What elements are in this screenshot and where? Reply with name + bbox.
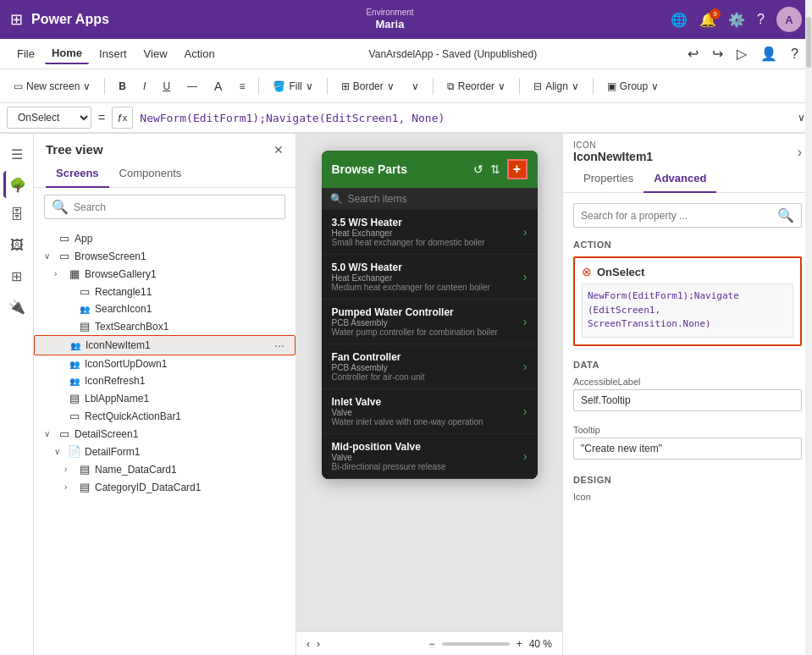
screen-icon: ▭ — [14, 80, 23, 92]
new-screen-button[interactable]: ▭ New screen ∨ — [7, 77, 97, 96]
tab-properties[interactable]: Properties — [573, 167, 644, 192]
underline-btn[interactable]: U — [156, 77, 177, 96]
scroll-left-icon[interactable]: ‹ — [307, 638, 310, 650]
tab-screens[interactable]: Screens — [46, 162, 109, 188]
expand-panel-button[interactable]: › — [798, 145, 802, 160]
accessible-label-group: AccessibleLabel Self.Tooltip — [563, 373, 812, 415]
undo-icon[interactable]: ↩ — [684, 42, 702, 65]
sort-phone-icon[interactable]: ⇅ — [490, 162, 500, 176]
group-button[interactable]: ▣ Group ∨ — [600, 77, 666, 96]
tree-item-app[interactable]: ▭ App — [34, 229, 296, 247]
tree-view-button[interactable]: 🌳 — [3, 171, 30, 198]
list-item[interactable]: 5.0 W/S Heater Heat Exchanger Medium hea… — [322, 255, 538, 300]
tree-item-detailform1[interactable]: ∨ 📄 DetailForm1 — [34, 443, 296, 460]
menu-view[interactable]: View — [137, 44, 174, 63]
refresh-phone-icon[interactable]: ↺ — [473, 162, 483, 176]
tab-advanced[interactable]: Advanced — [644, 167, 716, 193]
grid-icon[interactable]: ⊞ — [10, 10, 23, 29]
avatar[interactable]: A — [776, 7, 802, 32]
align-button[interactable]: ⊟ Align ∨ — [527, 77, 586, 96]
zoom-minus-button[interactable]: − — [429, 638, 435, 650]
zoom-slider[interactable] — [442, 642, 510, 646]
phone-search-placeholder: Search items — [348, 193, 407, 205]
formula-text[interactable]: NewForm(EditForm1);Navigate(EditScreen1,… — [140, 112, 791, 124]
tree-search-box[interactable]: 🔍 — [44, 195, 285, 219]
tree-item-detailscreen1[interactable]: ∨ ▭ DetailScreen1 — [34, 425, 296, 443]
align-icon: ⊟ — [533, 80, 542, 92]
bold-btn[interactable]: B — [112, 77, 133, 96]
tree-close-button[interactable]: ✕ — [273, 143, 284, 157]
tree-item-iconsortupdown1[interactable]: 👥 IconSortUpDown1 — [34, 355, 296, 372]
tree-item-name-datacard1[interactable]: › ▤ Name_DataCard1 — [34, 460, 296, 478]
property-selector[interactable]: OnSelect — [7, 107, 91, 129]
tab-components[interactable]: Components — [109, 162, 192, 187]
reorder-button[interactable]: ⧉ Reorder ∨ — [440, 77, 512, 96]
play-icon[interactable]: ▷ — [733, 42, 750, 65]
list-item[interactable]: Pumped Water Controller PCB Assembly Wat… — [322, 300, 538, 344]
tree-item-iconnewitem1[interactable]: 👥 IconNewItem1 ··· — [34, 335, 296, 355]
share-icon[interactable]: 👤 — [757, 42, 781, 65]
phone-search-bar[interactable]: 🔍 Search items — [322, 188, 538, 210]
scroll-right-icon[interactable]: › — [317, 638, 320, 650]
fill-button[interactable]: 🪣 Fill ∨ — [266, 77, 319, 96]
formula-expand-icon[interactable]: ∨ — [798, 112, 805, 124]
phone-search-icon: 🔍 — [330, 193, 343, 205]
chevron-down-icon: ∨ — [83, 80, 91, 92]
tree-item-rectquickactionbar1[interactable]: ▭ RectQuickActionBar1 — [34, 407, 296, 425]
settings-icon[interactable]: ⚙️ — [728, 12, 745, 28]
tree-item-browsescreen1[interactable]: ∨ ▭ BrowseScreen1 — [34, 247, 296, 265]
align-btn[interactable]: ≡ — [232, 77, 251, 96]
env-user: Maria — [366, 18, 413, 32]
right-panel: ICON IconNewItem1 › Properties Advanced … — [562, 134, 812, 655]
tree-item-browsegallery1[interactable]: › ▦ BrowseGallery1 — [34, 265, 296, 283]
list-item[interactable]: Fan Controller PCB Assembly Controller f… — [322, 344, 538, 389]
list-item[interactable]: 3.5 W/S Heater Heat Exchanger Small heat… — [322, 210, 538, 255]
datasources-button[interactable]: 🗄 — [3, 201, 30, 228]
add-item-button[interactable]: + — [507, 159, 528, 179]
form-icon: 📄 — [68, 445, 81, 458]
media-button[interactable]: 🖼 — [3, 232, 30, 259]
tree-item-searchicon1[interactable]: 👥 SearchIcon1 — [34, 300, 296, 317]
accessible-label-value[interactable]: Self.Tooltip — [573, 389, 802, 411]
more-options-button[interactable]: ··· — [271, 339, 288, 352]
zoom-plus-button[interactable]: + — [516, 638, 522, 650]
menu-insert[interactable]: Insert — [92, 44, 134, 63]
help-menu-icon[interactable]: ? — [787, 43, 802, 65]
search-property-input[interactable] — [581, 210, 772, 222]
tree-item-lblappname1[interactable]: ▤ LblAppName1 — [34, 389, 296, 407]
menu-home[interactable]: Home — [45, 43, 89, 64]
border-button[interactable]: ⊞ Border ∨ — [334, 77, 401, 96]
menu-file[interactable]: File — [10, 44, 41, 63]
list-item[interactable]: Mid-position Valve Valve Bi-directional … — [322, 434, 538, 479]
action-section-label: ACTION — [563, 234, 812, 253]
list-item[interactable]: Inlet Valve Valve Water inlet valve with… — [322, 389, 538, 434]
plugins-button[interactable]: 🔌 — [3, 293, 30, 320]
menu-toggle-button[interactable]: ☰ — [3, 140, 30, 168]
globe-icon[interactable]: 🌐 — [671, 12, 688, 28]
tree-item-textsearchbox1[interactable]: ▤ TextSearchBox1 — [34, 317, 296, 335]
chevron-right-icon: › — [64, 465, 75, 474]
italic-btn[interactable]: I — [136, 77, 152, 96]
chevron-down-icon: ∨ — [44, 251, 54, 261]
fx-button[interactable]: f x — [112, 107, 133, 129]
data-section-label: DATA — [563, 355, 812, 373]
strikethrough-btn[interactable]: — — [180, 77, 204, 96]
help-icon[interactable]: ? — [757, 12, 765, 27]
down-arrow-btn[interactable]: ∨ — [405, 77, 426, 96]
item-chevron-icon: › — [523, 360, 528, 373]
tree-item-rectangle11[interactable]: ▭ Rectangle11 — [34, 283, 296, 300]
action-formula[interactable]: NewForm(EditForm1);Navigate(EditScreen1,… — [582, 283, 793, 338]
menu-bar: File Home Insert View Action VanArsdelAp… — [0, 39, 812, 69]
tree-search-input[interactable] — [74, 201, 278, 213]
tree-item-iconrefresh1[interactable]: 👥 IconRefresh1 — [34, 372, 296, 389]
menu-action[interactable]: Action — [178, 44, 222, 63]
tooltip-value[interactable]: "Create new item" — [573, 438, 802, 460]
tree-item-categoryid-datacard1[interactable]: › ▤ CategoryID_DataCard1 — [34, 478, 296, 496]
text-size-btn[interactable]: A — [207, 76, 229, 96]
components-button[interactable]: ⊞ — [3, 262, 30, 289]
zoom-level: 40 % — [529, 638, 552, 650]
redo-icon[interactable]: ↪ — [709, 42, 726, 65]
main-layout: ☰ 🌳 🗄 🖼 ⊞ 🔌 Tree view ✕ Screens Componen… — [0, 134, 812, 655]
search-property-box[interactable]: 🔍 — [573, 203, 802, 228]
chevron-right-icon: › — [64, 482, 75, 492]
